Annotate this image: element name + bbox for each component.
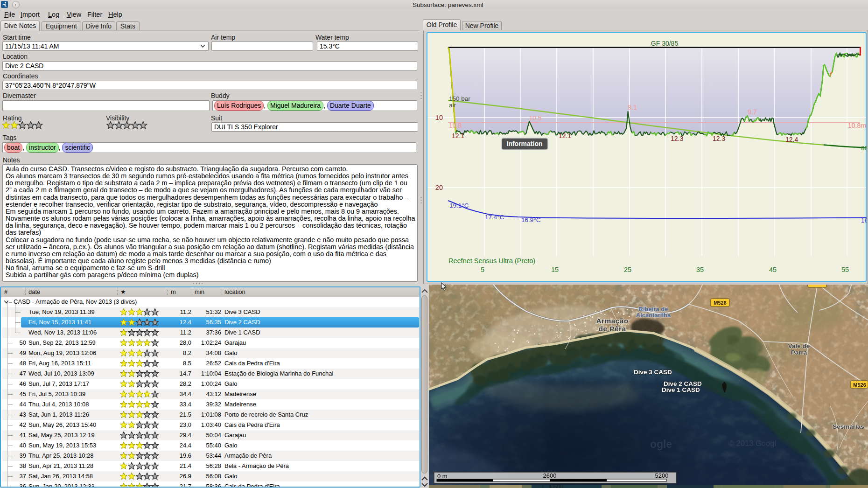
svg-text:20: 20 [435,184,443,191]
svg-text:10.8m: 10.8m [848,122,866,129]
svg-text:12.4: 12.4 [785,136,798,143]
svg-text:Reefnet Sensus Ultra (Preto): Reefnet Sensus Ultra (Preto) [448,257,535,265]
svg-text:2600: 2600 [543,472,557,479]
svg-text:Parra: Parra [791,349,807,356]
svg-text:0 m: 0 m [437,473,448,480]
svg-text:Dive 1 CASD: Dive 1 CASD [662,386,700,393]
svg-text:Armação: Armação [596,317,628,325]
svg-text:5200: 5200 [655,472,669,479]
svg-text:5: 5 [481,266,484,273]
svg-text:12.3: 12.3 [713,135,725,142]
svg-text:80: 80 [861,145,867,152]
svg-text:Dive 3 CASD: Dive 3 CASD [634,369,672,376]
svg-text:45: 45 [769,266,777,273]
svg-text:16.9°C: 16.9°C [521,216,541,223]
svg-text:150 bar: 150 bar [449,95,470,102]
svg-text:10: 10 [435,114,443,121]
svg-text:9.1: 9.1 [628,104,637,111]
svg-text:de Pêra: de Pêra [599,325,626,333]
svg-text:16: 16 [861,217,867,224]
svg-text:air: air [449,102,456,109]
svg-text:35: 35 [696,266,704,273]
svg-text:9.7: 9.7 [748,108,757,116]
svg-text:19.1°C: 19.1°C [449,202,469,209]
svg-text:Alcantarilha: Alcantarilha [636,312,671,319]
svg-text:© 2013 Googl: © 2013 Googl [728,439,776,447]
svg-text:ogle: ogle [650,438,672,450]
svg-text:1 : 40500: 1 : 40500 [541,484,563,488]
svg-text:Information: Information [507,140,543,147]
svg-text:Sesmarias: Sesmarias [833,423,864,430]
svg-text:10.5: 10.5 [529,114,541,122]
svg-text:55: 55 [841,266,849,273]
svg-text:GF 30/85: GF 30/85 [651,40,679,47]
svg-text:10.8: 10.8 [449,122,462,129]
svg-text:25: 25 [624,266,631,273]
svg-text:12.1: 12.1 [559,132,571,139]
svg-text:15: 15 [551,266,559,273]
svg-text:12.1: 12.1 [452,132,464,139]
svg-text:M526: M526 [853,382,866,388]
svg-text:Vale de: Vale de [788,342,810,349]
svg-text:17.4°C: 17.4°C [485,214,504,221]
svg-text:12.3: 12.3 [671,135,683,142]
svg-text:M526: M526 [714,300,727,306]
